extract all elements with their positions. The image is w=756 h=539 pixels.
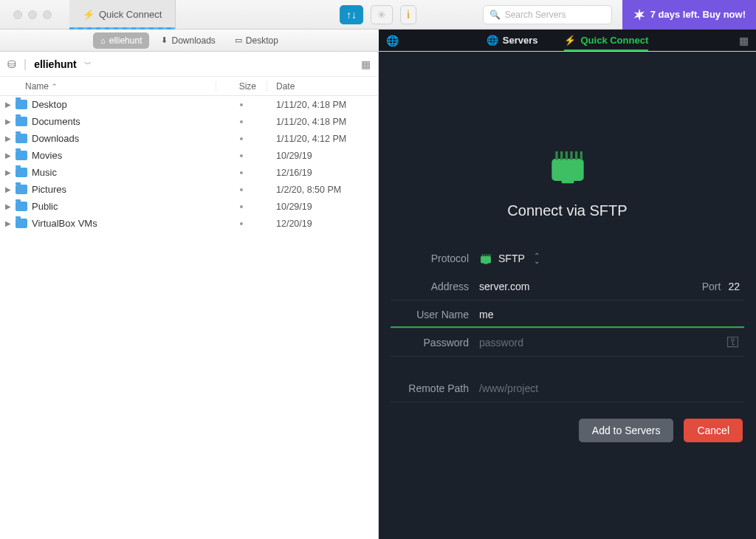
port-input[interactable]: 22 <box>728 281 744 292</box>
svg-rect-4 <box>560 151 563 160</box>
file-date: 12/20/19 <box>267 219 378 229</box>
file-date: 1/11/20, 4:18 PM <box>267 117 378 127</box>
password-input[interactable]: password <box>479 337 726 349</box>
tab-servers[interactable]: 🌐 Servers <box>487 35 538 46</box>
disclosure-triangle-icon[interactable]: ▶ <box>3 202 13 210</box>
row-address: Address server.com Port 22 <box>391 272 744 301</box>
tab-label: Quick Connect <box>99 9 162 20</box>
trial-text: 7 days left. Buy now! <box>650 9 746 20</box>
disclosure-triangle-icon[interactable]: ▶ <box>3 134 13 143</box>
protocol-select[interactable]: SFTP ⌃⌄ <box>479 253 744 264</box>
row-remote-path: Remote Path /www/project <box>391 374 744 402</box>
svg-rect-8 <box>580 151 582 160</box>
header-size[interactable]: Size <box>216 81 267 92</box>
file-size: • <box>216 133 267 145</box>
disclosure-triangle-icon[interactable]: ▶ <box>3 151 13 159</box>
file-date: 10/29/19 <box>267 151 378 161</box>
svg-rect-5 <box>565 151 567 160</box>
table-row[interactable]: ▶Movies•10/29/19 <box>0 147 378 164</box>
burst-icon <box>633 8 646 21</box>
folder-icon <box>16 202 27 211</box>
globe-icon[interactable]: 🌐 <box>386 35 399 47</box>
breadcrumb-downloads[interactable]: ⬇ Downloads <box>154 32 222 49</box>
file-size: • <box>216 150 267 162</box>
remote-tabs-bar: 🌐 🌐 Servers ⚡ Quick Connect ▦ <box>379 30 756 51</box>
file-name: Public <box>32 201 216 212</box>
file-name: Pictures <box>32 184 216 195</box>
view-mode-icon[interactable]: ▦ <box>361 58 371 70</box>
username-input[interactable]: me <box>479 309 744 320</box>
tab-quick-connect-remote[interactable]: ⚡ Quick Connect <box>564 35 648 46</box>
grid-view-icon[interactable]: ▦ <box>739 35 749 47</box>
info-button[interactable]: i <box>400 5 416 24</box>
table-row[interactable]: ▶VirtualBox VMs•12/20/19 <box>0 215 378 232</box>
label-port: Port <box>702 281 729 292</box>
file-date: 1/11/20, 4:12 PM <box>267 134 378 144</box>
label-username: User Name <box>391 309 479 320</box>
file-size: • <box>216 218 267 230</box>
file-name: Music <box>32 167 216 178</box>
row-password: Password password ⚿ <box>391 329 744 357</box>
header-date[interactable]: Date <box>267 81 378 92</box>
table-row[interactable]: ▶Downloads•1/11/20, 4:12 PM <box>0 130 378 147</box>
globe-icon: 🌐 <box>487 35 498 46</box>
file-size: • <box>216 201 267 213</box>
home-icon: ⌂ <box>100 36 106 45</box>
trial-buy-banner[interactable]: 7 days left. Buy now! <box>622 0 756 30</box>
file-list: ▶Desktop•1/11/20, 4:18 PM▶Documents•1/11… <box>0 96 378 539</box>
disclosure-triangle-icon[interactable]: ▶ <box>3 100 13 109</box>
file-name: Movies <box>32 150 216 161</box>
table-row[interactable]: ▶Music•12/16/19 <box>0 164 378 181</box>
file-date: 10/29/19 <box>267 202 378 212</box>
label-address: Address <box>391 281 479 292</box>
tab-quick-connect[interactable]: ⚡ Quick Connect <box>69 0 176 30</box>
breadcrumb-home[interactable]: ⌂ elliehunt <box>93 32 149 49</box>
bolt-icon: ⚡ <box>83 9 94 20</box>
table-row[interactable]: ▶Desktop•1/11/20, 4:18 PM <box>0 96 378 113</box>
download-icon: ⬇ <box>161 35 168 45</box>
minimize-window-button[interactable] <box>28 10 37 19</box>
svg-marker-0 <box>633 8 645 21</box>
sync-button[interactable]: ↑↓ <box>340 5 363 24</box>
disclosure-triangle-icon[interactable]: ▶ <box>3 219 13 227</box>
file-date: 1/11/20, 4:18 PM <box>267 100 378 110</box>
chevron-down-icon[interactable]: ﹀ <box>84 59 92 69</box>
column-headers: Name ⌃ Size Date <box>0 77 378 96</box>
stepper-icon: ⌃⌄ <box>534 253 540 264</box>
file-date: 12/16/19 <box>267 168 378 178</box>
breadcrumb-desktop[interactable]: ▭ Desktop <box>227 32 286 49</box>
row-protocol: Protocol SFTP ⌃⌄ <box>391 244 744 272</box>
folder-icon <box>16 219 27 228</box>
breadcrumb: ⌂ elliehunt ⬇ Downloads ▭ Desktop <box>0 30 379 51</box>
label-protocol: Protocol <box>391 253 479 264</box>
svg-rect-7 <box>575 151 577 160</box>
svg-rect-12 <box>484 254 484 256</box>
add-to-servers-button[interactable]: Add to Servers <box>579 419 674 442</box>
activity-button[interactable]: ✳ <box>371 5 393 24</box>
disclosure-triangle-icon[interactable]: ▶ <box>3 185 13 193</box>
svg-rect-15 <box>489 254 490 256</box>
close-window-button[interactable] <box>13 10 22 19</box>
table-row[interactable]: ▶Pictures•1/2/20, 8:50 PM <box>0 181 378 198</box>
remote-path-input[interactable]: /www/project <box>479 382 744 394</box>
address-input[interactable]: server.com <box>479 281 702 292</box>
table-row[interactable]: ▶Public•10/29/19 <box>0 198 378 215</box>
file-size: • <box>216 99 267 111</box>
table-row[interactable]: ▶Documents•1/11/20, 4:18 PM <box>0 113 378 130</box>
folder-icon <box>16 185 27 194</box>
window-controls <box>0 10 52 19</box>
folder-icon <box>16 100 27 109</box>
disclosure-triangle-icon[interactable]: ▶ <box>3 117 13 126</box>
disclosure-triangle-icon[interactable]: ▶ <box>3 168 13 176</box>
folder-icon <box>16 168 27 177</box>
disk-icon[interactable]: ⛁ <box>7 58 16 70</box>
header-name[interactable]: Name ⌃ <box>0 81 216 92</box>
row-username: User Name me <box>391 301 744 329</box>
search-servers-input[interactable]: 🔍 Search Servers <box>483 5 612 24</box>
label-remote-path: Remote Path <box>391 382 479 394</box>
zoom-window-button[interactable] <box>43 10 52 19</box>
location-name[interactable]: elliehunt <box>34 58 77 70</box>
quick-connect-panel: Connect via SFTP Protocol SFTP ⌃⌄ Addres… <box>379 52 756 539</box>
cancel-button[interactable]: Cancel <box>684 419 743 442</box>
key-icon[interactable]: ⚿ <box>726 334 740 350</box>
